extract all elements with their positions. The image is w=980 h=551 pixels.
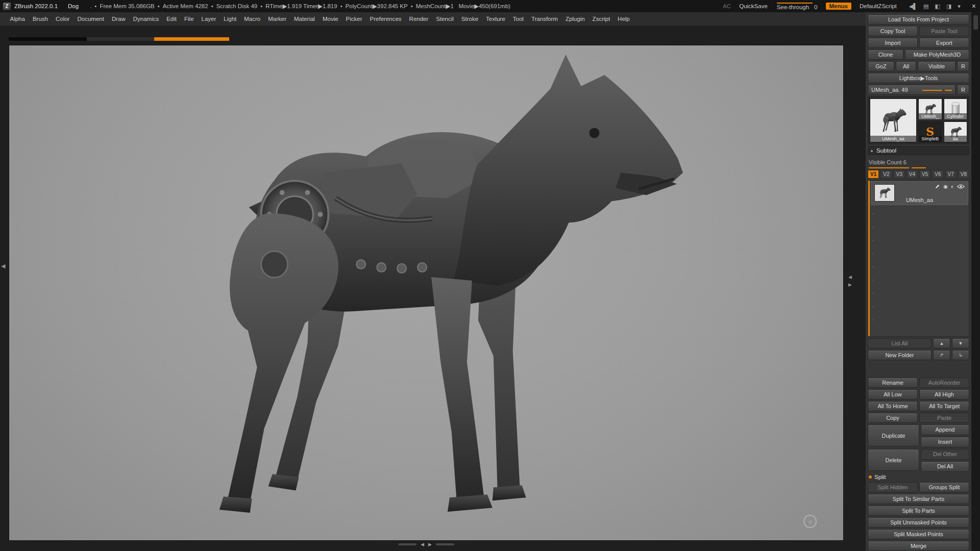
scroll-right-icon[interactable]: ▶ [428, 542, 432, 547]
menu-item[interactable]: Draw [108, 16, 129, 22]
menu-item[interactable]: Transform [527, 16, 561, 22]
menu-item[interactable]: Material [290, 16, 319, 22]
subtool-list[interactable]: ◉ ◐ UMesh_aa [868, 180, 969, 337]
close-icon[interactable]: × [972, 3, 976, 10]
tab-v4[interactable]: V4 [906, 170, 918, 179]
right-edge-scrollbar[interactable] [971, 12, 980, 551]
move-out-of-folder-button[interactable]: ↱ [933, 350, 950, 360]
tool-r-button[interactable]: R [957, 85, 969, 95]
insert-button[interactable]: Insert [921, 437, 969, 447]
paste-subtool-button[interactable]: Paste [919, 413, 969, 423]
tool-thumbnail-cylinder[interactable]: Cylinder [944, 98, 968, 120]
scroll-left-icon[interactable]: ◀ [421, 542, 424, 547]
import-button[interactable]: Import [868, 38, 918, 48]
menu-item[interactable]: Zplugin [561, 16, 589, 22]
menu-item[interactable]: Color [52, 16, 73, 22]
tool-thumbnail-aa[interactable]: aa [944, 121, 968, 143]
canvas-horizontal-scrollbar[interactable]: ◀ ▶ [398, 542, 454, 547]
move-into-folder-button[interactable]: ↳ [952, 350, 969, 360]
groups-split-button[interactable]: Groups Split [919, 482, 969, 492]
split-hidden-button[interactable]: Split Hidden [868, 482, 918, 492]
load-tools-from-project-button[interactable]: Load Tools From Project [868, 14, 969, 24]
tool-slider[interactable] [922, 90, 952, 91]
divider-segment-2[interactable] [87, 37, 154, 41]
menu-item[interactable]: Stroke [457, 16, 482, 22]
tab-v8[interactable]: V8 [958, 170, 969, 179]
menu-item[interactable]: Picker [342, 16, 366, 22]
menus-button[interactable]: Menus [826, 3, 851, 10]
default-zscript-button[interactable]: DefaultZScript [860, 3, 897, 9]
rename-button[interactable]: Rename [868, 378, 918, 388]
all-high-button[interactable]: All High [919, 389, 969, 399]
subtool-down-button[interactable]: ▼ [952, 338, 969, 348]
merge-button[interactable]: Merge [868, 541, 969, 551]
menu-item[interactable]: Layer [198, 16, 220, 22]
make-polymesh3d-button[interactable]: Make PolyMesh3D [905, 49, 969, 60]
subtool-list-scrollbar[interactable] [868, 181, 870, 336]
autoreorder-button[interactable]: AutoReorder [919, 378, 969, 388]
split-masked-points-button[interactable]: Split Masked Points [868, 529, 969, 539]
split-unmasked-points-button[interactable]: Split Unmasked Points [868, 517, 969, 528]
divider-segment-active[interactable] [154, 37, 229, 41]
new-folder-button[interactable]: New Folder [868, 350, 932, 360]
split-section-header[interactable]: Split [868, 473, 969, 481]
scrollbar-track-left[interactable] [398, 543, 416, 545]
clone-button[interactable]: Clone [868, 49, 903, 60]
tool-thumbnail-simplebrush[interactable]: S SimpleB [918, 121, 942, 143]
goz-visible-button[interactable]: Visible [918, 61, 955, 71]
duplicate-button[interactable]: Duplicate [868, 424, 919, 446]
menu-item[interactable]: Light [220, 16, 240, 22]
menu-item[interactable]: Dynamics [129, 16, 162, 22]
document-canvas[interactable] [9, 45, 844, 541]
tray-slider-icon[interactable]: ◀▌ [909, 3, 917, 10]
split-to-similar-parts-button[interactable]: Split To Similar Parts [868, 494, 969, 504]
split-to-parts-button[interactable]: Split To Parts [868, 506, 969, 516]
goz-all-button[interactable]: All [896, 61, 916, 71]
scrollbar-track-right[interactable] [436, 543, 454, 545]
menu-item[interactable]: Render [405, 16, 432, 22]
subtool-item[interactable]: ◉ ◐ UMesh_aa [871, 181, 968, 205]
tab-v5[interactable]: V5 [919, 170, 930, 179]
menu-item[interactable]: Marker [264, 16, 290, 22]
del-all-button[interactable]: Del All [921, 461, 969, 472]
lightbox-tools-button[interactable]: Lightbox▶Tools [868, 73, 969, 83]
menu-item[interactable]: Alpha [6, 16, 29, 22]
visible-count-slider[interactable] [869, 167, 926, 168]
uv-icon[interactable]: ◐ [951, 184, 954, 189]
visible-count-control[interactable]: Visible Count 6 [868, 157, 969, 168]
all-to-home-button[interactable]: All To Home [868, 401, 918, 411]
menu-item[interactable]: Edit [163, 16, 181, 22]
delete-button[interactable]: Delete [868, 449, 919, 471]
del-other-button[interactable]: Del Other [921, 449, 969, 460]
menu-item[interactable]: Brush [29, 16, 52, 22]
right-tray-toggle[interactable]: ◀ ▶ [848, 274, 852, 287]
quicksave-button[interactable]: QuickSave [739, 3, 768, 9]
menu-item[interactable]: Help [614, 16, 634, 22]
menu-item[interactable]: File [181, 16, 198, 22]
goz-button[interactable]: GoZ [868, 61, 894, 71]
goz-r-button[interactable]: R [957, 61, 969, 71]
left-tray-toggle-icon[interactable]: ◀ [1, 263, 5, 269]
active-tool-thumbnail[interactable]: UMesh_aa [870, 98, 917, 142]
menu-item[interactable]: Macro [240, 16, 264, 22]
polypaint-icon[interactable]: ◉ [943, 184, 948, 189]
right-tray-open-icon[interactable]: ◀ [848, 274, 852, 280]
ac-button[interactable]: AC [723, 3, 731, 9]
see-through-slider-line[interactable] [777, 3, 813, 4]
menu-item[interactable]: Preferences [366, 16, 405, 22]
collapse-icon[interactable]: ▾ [958, 3, 961, 10]
eye-icon[interactable] [957, 184, 965, 189]
tab-v2[interactable]: V2 [880, 170, 892, 179]
paste-tool-button[interactable]: Paste Tool [919, 26, 969, 36]
copy-subtool-button[interactable]: Copy [868, 413, 918, 423]
subtool-up-button[interactable]: ▲ [933, 338, 950, 348]
subtool-section-header[interactable]: Subtool [868, 146, 969, 155]
tab-v1[interactable]: V1 [868, 170, 879, 179]
export-button[interactable]: Export [919, 38, 969, 48]
active-tool-button[interactable]: UMesh_aa. 49 [868, 85, 955, 95]
tab-v3[interactable]: V3 [894, 170, 905, 179]
dock-left-icon[interactable]: ◧ [935, 3, 940, 10]
tray-divider-strip[interactable] [9, 37, 229, 41]
right-scrollbar-handle[interactable] [973, 15, 978, 30]
all-to-target-button[interactable]: All To Target [919, 401, 969, 411]
